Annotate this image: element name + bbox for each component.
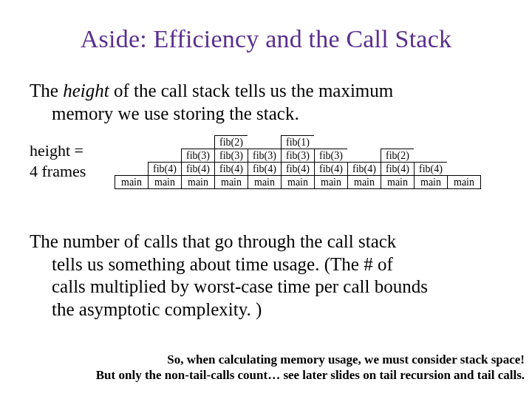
p1-italic: height (63, 81, 109, 100)
call-stack-column: main (447, 175, 481, 189)
footnote-line2: But only the non-tail-calls count… see l… (96, 368, 525, 382)
stack-frame: fib(4) (315, 163, 347, 176)
call-stack-column: mainfib(4) (148, 162, 181, 189)
call-stack-column: mainfib(4)fib(3) (314, 149, 347, 189)
p2-line4: the asymptotic complexity. ) (30, 299, 514, 321)
stack-frame: main (448, 176, 480, 188)
p1-line2: memory we use storing the stack. (30, 103, 299, 123)
stack-frame: main (415, 176, 447, 188)
call-stack-column: main (115, 175, 148, 189)
stack-frame: fib(3) (315, 149, 347, 163)
stack-frame: fib(2) (381, 149, 414, 163)
stack-frame: fib(3) (182, 149, 214, 163)
footnote-line1: So, when calculating memory usage, we mu… (167, 352, 525, 366)
p2-line3: calls multiplied by worst-case time per … (30, 276, 514, 299)
stack-frame: main (282, 176, 314, 188)
stack-frame: main (115, 176, 148, 188)
p1-prefix: The (30, 81, 63, 100)
stack-frame: fib(4) (415, 163, 447, 176)
stack-frame: fib(4) (215, 163, 248, 176)
stack-frame: fib(4) (182, 163, 214, 176)
stack-frame: main (182, 176, 214, 188)
height-label-line1: height = (30, 141, 83, 160)
stack-frame: main (381, 176, 414, 188)
stack-frame: fib(3) (215, 149, 248, 163)
call-stack-column: mainfib(4) (414, 162, 447, 189)
stack-frame: fib(3) (248, 149, 281, 163)
slide: Aside: Efficiency and the Call Stack The… (0, 0, 532, 399)
stack-frame: fib(4) (149, 163, 181, 176)
p2-line2: tells us something about time usage. (Th… (30, 253, 514, 276)
height-label: height = 4 frames (30, 140, 86, 181)
height-label-line2: 4 frames (30, 162, 86, 180)
stack-frame: fib(1) (282, 136, 314, 149)
call-stack-column: mainfib(4)fib(3)fib(2) (214, 135, 248, 189)
paragraph-1: The height of the call stack tells us th… (30, 80, 502, 125)
p2-line1: The number of calls that go through the … (30, 231, 396, 251)
call-stack-column: mainfib(4)fib(2) (381, 149, 414, 189)
stack-frame: fib(3) (282, 149, 314, 163)
call-stack-sequence: mainmainfib(4)mainfib(4)fib(3)mainfib(4)… (115, 135, 481, 189)
stack-frame: main (348, 176, 381, 188)
p1-rest-line1: of the call stack tells us the maximum (109, 81, 394, 100)
stack-frame: main (215, 176, 248, 188)
stack-frame: main (149, 176, 181, 188)
call-stack-column: mainfib(4)fib(3) (248, 149, 281, 189)
stack-frame: fib(4) (248, 163, 281, 176)
footnote: So, when calculating memory usage, we mu… (7, 352, 525, 383)
stack-frame: main (248, 176, 281, 188)
stack-frame: fib(4) (348, 163, 381, 176)
stack-frame: main (315, 176, 347, 188)
stack-frame: fib(4) (381, 163, 414, 176)
call-stack-column: mainfib(4)fib(3)fib(1) (281, 135, 314, 189)
call-stack-column: mainfib(4) (347, 162, 381, 189)
call-stack-column: mainfib(4)fib(3) (181, 149, 214, 189)
paragraph-2: The number of calls that go through the … (30, 231, 514, 321)
slide-title: Aside: Efficiency and the Call Stack (0, 25, 532, 53)
stack-frame: fib(4) (282, 163, 314, 176)
stack-frame: fib(2) (215, 136, 248, 149)
